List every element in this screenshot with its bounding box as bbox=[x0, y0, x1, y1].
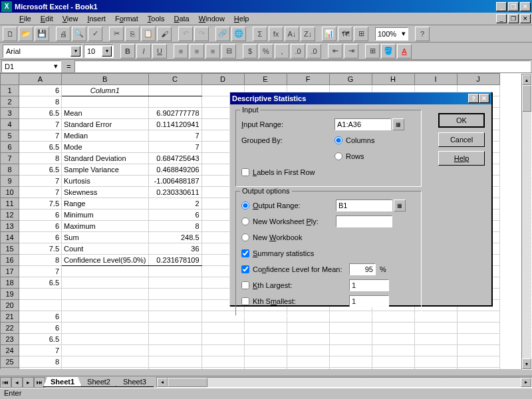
col-header-J[interactable]: J bbox=[457, 74, 499, 85]
sheet-tab-1[interactable]: Sheet1 bbox=[43, 377, 82, 387]
scroll-up-button[interactable]: ▴ bbox=[522, 74, 531, 85]
row-header-6[interactable]: 6 bbox=[1, 142, 19, 153]
inc-indent-button[interactable]: ⇥ bbox=[344, 44, 358, 59]
font-combo[interactable]: Arial▾ bbox=[3, 45, 82, 58]
cell-B10[interactable]: Skewness bbox=[62, 187, 149, 198]
cell-I23[interactable] bbox=[414, 334, 457, 345]
confidence-field[interactable] bbox=[349, 263, 376, 275]
sort-asc-button[interactable]: A↓ bbox=[285, 27, 299, 41]
cell-E23[interactable] bbox=[244, 334, 287, 345]
cell-A3[interactable]: 6.5 bbox=[19, 108, 62, 119]
cell-C20[interactable] bbox=[148, 300, 201, 311]
cell-C4[interactable]: 0.114120941 bbox=[148, 119, 201, 130]
merge-button[interactable]: ⊟ bbox=[221, 44, 236, 59]
input-range-field[interactable] bbox=[334, 118, 391, 130]
cell-B17[interactable] bbox=[62, 266, 149, 277]
cell-D25[interactable] bbox=[201, 356, 244, 368]
doc-restore-button[interactable]: ❐ bbox=[508, 14, 519, 23]
cell-A23[interactable]: 6.5 bbox=[19, 334, 62, 345]
cell-C21[interactable] bbox=[148, 311, 201, 323]
cell-F24[interactable] bbox=[287, 345, 329, 356]
help-button[interactable]: Help bbox=[438, 151, 485, 166]
row-header-16[interactable]: 16 bbox=[1, 255, 19, 266]
cell-J25[interactable] bbox=[457, 356, 499, 368]
cancel-button[interactable]: Cancel bbox=[438, 132, 485, 147]
cell-C19[interactable] bbox=[148, 289, 201, 300]
cell-I24[interactable] bbox=[414, 345, 457, 356]
cell-A26[interactable] bbox=[19, 368, 62, 370]
sheet-tab-3[interactable]: Sheet3 bbox=[116, 377, 154, 387]
cell-E25[interactable] bbox=[244, 356, 287, 368]
help-button[interactable]: ? bbox=[415, 27, 430, 41]
cell-B7[interactable]: Standard Deviation bbox=[62, 153, 149, 164]
cell-H25[interactable] bbox=[372, 356, 414, 368]
cell-C10[interactable]: 0.230330611 bbox=[148, 187, 201, 198]
output-range-selector-icon[interactable]: ▦ bbox=[394, 200, 406, 211]
dialog-titlebar[interactable]: Descriptive Statistics ? ✕ bbox=[230, 92, 491, 104]
name-box[interactable]: D1▾ bbox=[1, 61, 61, 72]
sort-desc-button[interactable]: Z↓ bbox=[301, 27, 315, 41]
cell-A15[interactable]: 7.5 bbox=[19, 243, 62, 255]
cell-C24[interactable] bbox=[148, 345, 201, 356]
select-all-corner[interactable] bbox=[1, 74, 19, 85]
align-center-button[interactable]: ≡ bbox=[190, 44, 204, 59]
cell-A5[interactable]: 7 bbox=[19, 130, 62, 142]
cell-H26[interactable] bbox=[372, 368, 414, 370]
col-header-E[interactable]: E bbox=[244, 74, 287, 85]
row-header-26[interactable]: 26 bbox=[1, 368, 19, 370]
cell-E26[interactable] bbox=[244, 368, 287, 370]
new-worksheet-field[interactable] bbox=[336, 215, 392, 227]
map-button[interactable]: 🗺 bbox=[338, 27, 352, 41]
row-header-4[interactable]: 4 bbox=[1, 119, 19, 130]
cell-B25[interactable] bbox=[62, 356, 149, 368]
cell-C8[interactable]: 0.468849206 bbox=[148, 164, 201, 176]
menu-edit[interactable]: Edit bbox=[36, 13, 58, 24]
row-header-19[interactable]: 19 bbox=[1, 289, 19, 300]
align-right-button[interactable]: ≡ bbox=[205, 44, 220, 59]
formula-input[interactable] bbox=[74, 61, 531, 72]
cell-C6[interactable]: 7 bbox=[148, 142, 201, 153]
cell-A18[interactable]: 6.5 bbox=[19, 277, 62, 289]
cell-C23[interactable] bbox=[148, 334, 201, 345]
paste-button[interactable]: 📋 bbox=[141, 27, 156, 41]
cell-C5[interactable]: 7 bbox=[148, 130, 201, 142]
cell-B21[interactable] bbox=[62, 311, 149, 323]
row-header-11[interactable]: 11 bbox=[1, 198, 19, 209]
size-combo[interactable]: 10▾ bbox=[84, 45, 114, 58]
cell-A10[interactable]: 7 bbox=[19, 187, 62, 198]
cell-B14[interactable]: Sum bbox=[62, 232, 149, 243]
cell-G24[interactable] bbox=[329, 345, 372, 356]
row-header-24[interactable]: 24 bbox=[1, 345, 19, 356]
cell-B23[interactable] bbox=[62, 334, 149, 345]
col-header-C[interactable]: C bbox=[148, 74, 201, 85]
summary-stats-checkbox[interactable] bbox=[241, 249, 249, 257]
borders-button[interactable]: ⊞ bbox=[365, 44, 380, 59]
cell-B9[interactable]: Kurtosis bbox=[62, 176, 149, 187]
menu-help[interactable]: Help bbox=[229, 13, 254, 24]
cell-H23[interactable] bbox=[372, 334, 414, 345]
row-header-21[interactable]: 21 bbox=[1, 311, 19, 323]
row-header-12[interactable]: 12 bbox=[1, 209, 19, 221]
cell-B15[interactable]: Count bbox=[62, 243, 149, 255]
cell-A2[interactable]: 8 bbox=[19, 96, 62, 108]
cell-J24[interactable] bbox=[457, 345, 499, 356]
tab-last-button[interactable]: ⏭ bbox=[34, 377, 45, 388]
spell-button[interactable]: ✓ bbox=[88, 27, 102, 41]
print-button[interactable]: 🖨 bbox=[56, 27, 70, 41]
menu-insert[interactable]: Insert bbox=[82, 13, 110, 24]
inc-decimal-button[interactable]: .0 bbox=[291, 44, 305, 59]
redo-button[interactable]: ↷ bbox=[194, 27, 209, 41]
cell-D23[interactable] bbox=[201, 334, 244, 345]
font-color-button[interactable]: A bbox=[397, 44, 412, 59]
cell-B24[interactable] bbox=[62, 345, 149, 356]
row-header-17[interactable]: 17 bbox=[1, 266, 19, 277]
copy-button[interactable]: ⎘ bbox=[125, 27, 140, 41]
new-button[interactable]: 🗋 bbox=[3, 27, 17, 41]
cell-B11[interactable]: Range bbox=[62, 198, 149, 209]
kth-largest-field[interactable] bbox=[349, 279, 389, 291]
cell-A13[interactable]: 6 bbox=[19, 221, 62, 232]
col-header-H[interactable]: H bbox=[372, 74, 414, 85]
format-painter-button[interactable]: 🖌 bbox=[157, 27, 172, 41]
cell-C12[interactable]: 6 bbox=[148, 209, 201, 221]
cell-A22[interactable]: 6 bbox=[19, 323, 62, 334]
